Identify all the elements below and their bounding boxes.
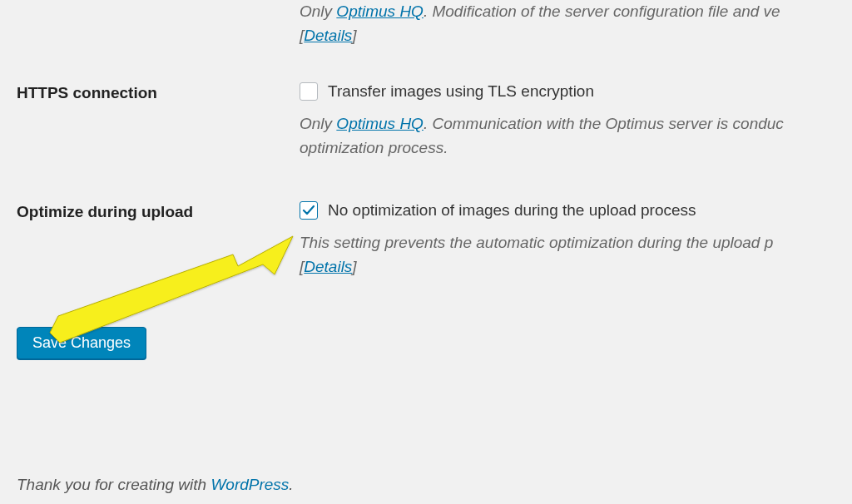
optimus-hq-link-2[interactable]: Optimus HQ [336,115,424,132]
save-changes-button[interactable]: Save Changes [17,327,146,359]
https-label: HTTPS connection [17,82,300,102]
optimize-desc: This setting prevents the automatic opti… [300,231,835,255]
optimize-checkbox[interactable] [300,201,318,220]
footer-credit: Thank you for creating with WordPress. [17,476,294,494]
check-icon [302,204,315,217]
https-checkbox[interactable] [300,82,318,101]
prev-section-desc: Only Optimus HQ. Modification of the ser… [300,0,835,24]
https-checkbox-label: Transfer images using TLS encryption [328,82,594,101]
details-link-prev[interactable]: Details [304,27,352,44]
optimize-checkbox-label: No optimization of images during the upl… [328,201,696,220]
https-desc: Only Optimus HQ. Communication with the … [300,112,835,136]
optimus-hq-link[interactable]: Optimus HQ [336,2,424,20]
details-link-optimize[interactable]: Details [304,258,352,275]
optimize-label: Optimize during upload [17,201,300,221]
wordpress-link[interactable]: WordPress [211,476,289,493]
